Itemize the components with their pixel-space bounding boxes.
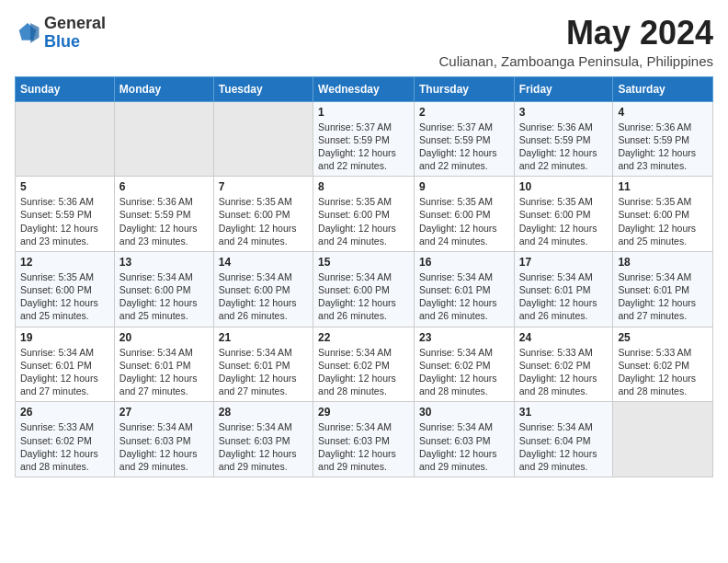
day-info: Sunrise: 5:33 AMSunset: 6:02 PMDaylight:… (519, 347, 597, 397)
day-info: Sunrise: 5:36 AMSunset: 5:59 PMDaylight:… (20, 196, 98, 247)
calendar-cell: 30Sunrise: 5:34 AMSunset: 6:03 PMDayligh… (414, 402, 514, 477)
logo-icon (15, 20, 40, 46)
day-header-sunday: Sunday (16, 76, 115, 101)
day-info: Sunrise: 5:34 AMSunset: 6:01 PMDaylight:… (20, 347, 98, 397)
week-row-3: 12Sunrise: 5:35 AMSunset: 6:00 PMDayligh… (16, 251, 713, 327)
calendar-cell: 3Sunrise: 5:36 AMSunset: 5:59 PMDaylight… (514, 101, 613, 177)
day-number: 31 (519, 406, 609, 419)
days-header-row: SundayMondayTuesdayWednesdayThursdayFrid… (16, 76, 713, 101)
day-info: Sunrise: 5:34 AMSunset: 6:00 PMDaylight:… (119, 271, 198, 322)
calendar-cell: 15Sunrise: 5:34 AMSunset: 6:00 PMDayligh… (313, 251, 415, 327)
calendar-cell (16, 101, 115, 177)
day-number: 27 (119, 406, 209, 419)
calendar-cell: 10Sunrise: 5:35 AMSunset: 6:00 PMDayligh… (514, 177, 613, 252)
calendar-cell: 26Sunrise: 5:33 AMSunset: 6:02 PMDayligh… (16, 402, 115, 477)
calendar-cell: 5Sunrise: 5:36 AMSunset: 5:59 PMDaylight… (16, 177, 115, 252)
day-info: Sunrise: 5:34 AMSunset: 6:01 PMDaylight:… (419, 271, 497, 322)
calendar-cell: 13Sunrise: 5:34 AMSunset: 6:00 PMDayligh… (114, 251, 213, 327)
calendar-cell: 12Sunrise: 5:35 AMSunset: 6:00 PMDayligh… (16, 251, 115, 327)
day-info: Sunrise: 5:33 AMSunset: 6:02 PMDaylight:… (20, 421, 98, 472)
day-number: 25 (618, 331, 708, 344)
day-info: Sunrise: 5:34 AMSunset: 6:03 PMDaylight:… (219, 421, 297, 472)
day-info: Sunrise: 5:35 AMSunset: 6:00 PMDaylight:… (20, 271, 98, 322)
day-header-monday: Monday (114, 76, 213, 101)
calendar-cell: 14Sunrise: 5:34 AMSunset: 6:00 PMDayligh… (213, 251, 313, 327)
calendar-cell: 11Sunrise: 5:35 AMSunset: 6:00 PMDayligh… (613, 177, 713, 252)
day-number: 3 (519, 106, 609, 119)
day-number: 17 (519, 256, 609, 269)
day-number: 14 (219, 256, 308, 269)
logo-general: General (44, 14, 106, 32)
calendar-cell: 22Sunrise: 5:34 AMSunset: 6:02 PMDayligh… (313, 327, 415, 402)
day-info: Sunrise: 5:34 AMSunset: 6:02 PMDaylight:… (318, 347, 396, 397)
day-info: Sunrise: 5:35 AMSunset: 6:00 PMDaylight:… (219, 196, 297, 247)
calendar-cell: 27Sunrise: 5:34 AMSunset: 6:03 PMDayligh… (114, 402, 213, 477)
calendar-cell: 24Sunrise: 5:33 AMSunset: 6:02 PMDayligh… (514, 327, 613, 402)
day-info: Sunrise: 5:34 AMSunset: 6:01 PMDaylight:… (618, 271, 696, 322)
week-row-1: 1Sunrise: 5:37 AMSunset: 5:59 PMDaylight… (16, 101, 713, 177)
calendar-cell: 28Sunrise: 5:34 AMSunset: 6:03 PMDayligh… (213, 402, 313, 477)
day-info: Sunrise: 5:36 AMSunset: 5:59 PMDaylight:… (519, 121, 597, 172)
day-info: Sunrise: 5:33 AMSunset: 6:02 PMDaylight:… (618, 347, 696, 397)
day-info: Sunrise: 5:34 AMSunset: 6:04 PMDaylight:… (519, 421, 597, 472)
day-info: Sunrise: 5:34 AMSunset: 6:01 PMDaylight:… (119, 347, 198, 397)
day-info: Sunrise: 5:35 AMSunset: 6:00 PMDaylight:… (519, 196, 597, 247)
day-info: Sunrise: 5:36 AMSunset: 5:59 PMDaylight:… (618, 121, 696, 172)
day-header-saturday: Saturday (613, 76, 713, 101)
page-header: General Blue May 2024 Culianan, Zamboang… (15, 15, 713, 69)
day-number: 21 (219, 331, 308, 344)
day-number: 5 (20, 180, 109, 193)
day-number: 8 (318, 180, 409, 193)
calendar-cell: 29Sunrise: 5:34 AMSunset: 6:03 PMDayligh… (313, 402, 415, 477)
week-row-2: 5Sunrise: 5:36 AMSunset: 5:59 PMDaylight… (16, 177, 713, 252)
day-info: Sunrise: 5:34 AMSunset: 6:00 PMDaylight:… (318, 271, 396, 322)
day-number: 28 (219, 406, 308, 419)
logo-blue: Blue (44, 32, 80, 51)
day-number: 16 (419, 256, 509, 269)
day-number: 19 (20, 331, 109, 344)
calendar-cell: 1Sunrise: 5:37 AMSunset: 5:59 PMDaylight… (313, 101, 415, 177)
week-row-4: 19Sunrise: 5:34 AMSunset: 6:01 PMDayligh… (16, 327, 713, 402)
day-info: Sunrise: 5:35 AMSunset: 6:00 PMDaylight:… (419, 196, 497, 247)
calendar-cell: 20Sunrise: 5:34 AMSunset: 6:01 PMDayligh… (114, 327, 213, 402)
calendar-cell: 23Sunrise: 5:34 AMSunset: 6:02 PMDayligh… (414, 327, 514, 402)
calendar-cell (213, 101, 313, 177)
day-info: Sunrise: 5:35 AMSunset: 6:00 PMDaylight:… (618, 196, 696, 247)
calendar-cell (114, 101, 213, 177)
day-number: 30 (419, 406, 509, 419)
day-info: Sunrise: 5:34 AMSunset: 6:01 PMDaylight:… (219, 347, 297, 397)
day-number: 23 (419, 331, 509, 344)
logo: General Blue (15, 15, 106, 52)
day-info: Sunrise: 5:34 AMSunset: 6:03 PMDaylight:… (119, 421, 198, 472)
calendar-cell: 17Sunrise: 5:34 AMSunset: 6:01 PMDayligh… (514, 251, 613, 327)
day-info: Sunrise: 5:36 AMSunset: 5:59 PMDaylight:… (119, 196, 198, 247)
title-block: May 2024 Culianan, Zamboanga Peninsula, … (438, 15, 713, 69)
calendar-cell: 19Sunrise: 5:34 AMSunset: 6:01 PMDayligh… (16, 327, 115, 402)
calendar-cell: 8Sunrise: 5:35 AMSunset: 6:00 PMDaylight… (313, 177, 415, 252)
day-info: Sunrise: 5:34 AMSunset: 6:01 PMDaylight:… (519, 271, 597, 322)
calendar-cell: 25Sunrise: 5:33 AMSunset: 6:02 PMDayligh… (613, 327, 713, 402)
calendar-cell: 31Sunrise: 5:34 AMSunset: 6:04 PMDayligh… (514, 402, 613, 477)
day-number: 11 (618, 180, 708, 193)
day-info: Sunrise: 5:35 AMSunset: 6:00 PMDaylight:… (318, 196, 396, 247)
day-header-wednesday: Wednesday (313, 76, 415, 101)
day-info: Sunrise: 5:37 AMSunset: 5:59 PMDaylight:… (318, 121, 396, 172)
day-number: 29 (318, 406, 409, 419)
calendar-cell: 18Sunrise: 5:34 AMSunset: 6:01 PMDayligh… (613, 251, 713, 327)
calendar-cell: 6Sunrise: 5:36 AMSunset: 5:59 PMDaylight… (114, 177, 213, 252)
day-info: Sunrise: 5:34 AMSunset: 6:02 PMDaylight:… (419, 347, 497, 397)
day-number: 26 (20, 406, 109, 419)
calendar-cell: 9Sunrise: 5:35 AMSunset: 6:00 PMDaylight… (414, 177, 514, 252)
day-header-thursday: Thursday (414, 76, 514, 101)
day-number: 7 (219, 180, 308, 193)
day-info: Sunrise: 5:34 AMSunset: 6:00 PMDaylight:… (219, 271, 297, 322)
calendar-cell: 4Sunrise: 5:36 AMSunset: 5:59 PMDaylight… (613, 101, 713, 177)
logo-text: General Blue (44, 15, 106, 52)
day-header-tuesday: Tuesday (213, 76, 313, 101)
calendar-cell: 7Sunrise: 5:35 AMSunset: 6:00 PMDaylight… (213, 177, 313, 252)
day-number: 22 (318, 331, 409, 344)
day-number: 1 (318, 106, 409, 119)
day-number: 24 (519, 331, 609, 344)
calendar-cell: 2Sunrise: 5:37 AMSunset: 5:59 PMDaylight… (414, 101, 514, 177)
day-number: 6 (119, 180, 209, 193)
